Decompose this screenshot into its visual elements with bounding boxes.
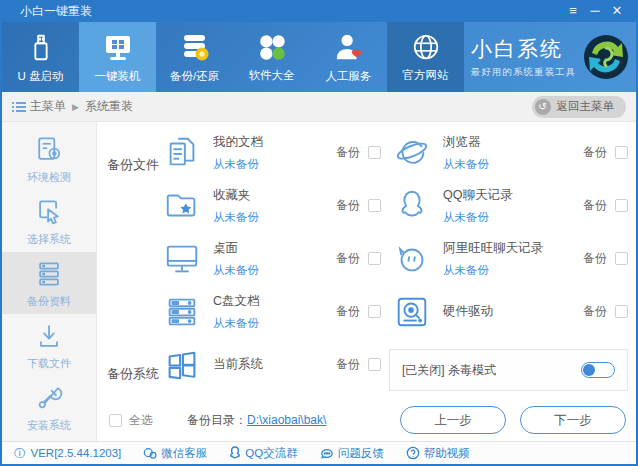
- back-arrow-icon: ↺: [535, 99, 551, 115]
- app-window: 小白一键重装 ≡ ─ ✕ U 盘启动 一键: [0, 0, 638, 466]
- item-status: 从未备份: [213, 263, 331, 278]
- back-button-label: 返回主菜单: [557, 99, 615, 114]
- list-icon: [12, 101, 26, 113]
- sidebar-item-install-system[interactable]: 安装系统: [2, 376, 96, 438]
- sidebar-item-download-files[interactable]: 下载文件: [2, 314, 96, 376]
- backup-label: 备份: [583, 303, 607, 320]
- item-name: 硬件驱动: [443, 303, 561, 320]
- backup-label: 备份: [336, 144, 360, 161]
- usb-icon: [25, 31, 57, 65]
- nav-label: 一键装机: [95, 69, 141, 84]
- backup-row-c-drive-docs: C盘文档 从未备份 备份: [159, 285, 381, 338]
- wrench-icon: [33, 382, 65, 414]
- item-status: 从未备份: [443, 263, 561, 278]
- backup-label: 备份: [336, 303, 360, 320]
- select-all-checkbox[interactable]: [109, 414, 122, 427]
- antivirus-toggle[interactable]: [581, 362, 615, 378]
- nav-label: U 盘启动: [18, 69, 64, 84]
- bottom-controls: 全选 备份目录： D:\xiaobai\bak\ 上一步 下一步: [97, 404, 636, 436]
- backup-label: 备份: [336, 197, 360, 214]
- backup-checkbox[interactable]: [615, 252, 628, 265]
- backup-row-current-system: 当前系统 备份: [159, 338, 381, 391]
- next-step-button[interactable]: 下一步: [520, 406, 626, 434]
- windows-logo-icon: [159, 346, 205, 384]
- version-text: VER[2.5.44.1203]: [31, 447, 122, 459]
- backup-row-aliwangwang-chat: 阿里旺旺聊天记录 从未备份 备份: [389, 232, 628, 285]
- backup-dir-link[interactable]: D:\xiaobai\bak\: [247, 413, 326, 427]
- brand-title: 小白系统: [471, 35, 576, 63]
- qq-penguin-icon: [389, 187, 435, 225]
- browser-icon: [389, 134, 435, 172]
- sidebar-item-env-check[interactable]: 环境检测: [2, 128, 96, 190]
- globe-icon: [410, 32, 442, 64]
- menu-icon[interactable]: ≡: [562, 0, 584, 22]
- item-name: QQ聊天记录: [443, 187, 561, 204]
- main-content: 备份文件 备份系统 我的文档 从未备份 备: [97, 122, 636, 441]
- breadcrumb-root[interactable]: 主菜单: [30, 98, 66, 115]
- item-name: 我的文档: [213, 134, 331, 151]
- help-video-link[interactable]: 帮助视频: [406, 446, 470, 461]
- select-all-label: 全选: [129, 412, 153, 429]
- close-icon[interactable]: ✕: [606, 0, 628, 22]
- sidebar-item-select-system[interactable]: 选择系统: [2, 190, 96, 252]
- env-check-icon: [33, 134, 65, 166]
- info-icon: ⓘ: [14, 446, 26, 461]
- nav-official-site[interactable]: 官方网站: [387, 22, 464, 92]
- sidebar-item-backup-data[interactable]: 备份资料: [2, 252, 96, 314]
- documents-icon: [159, 134, 205, 172]
- sidebar-label: 选择系统: [27, 232, 71, 247]
- link-label: QQ交流群: [245, 446, 297, 461]
- clover-icon: [256, 32, 288, 64]
- backup-row-hardware-driver: 硬件驱动 备份: [389, 285, 628, 338]
- feedback-link[interactable]: 问题反馈: [320, 446, 384, 461]
- backup-checkbox[interactable]: [368, 199, 381, 212]
- desktop-icon: [159, 240, 205, 278]
- nav-label: 备份/还原: [170, 69, 219, 84]
- download-icon: [33, 320, 65, 352]
- aliwangwang-icon: [389, 240, 435, 278]
- previous-step-button[interactable]: 上一步: [400, 406, 506, 434]
- feedback-bubble-icon: [320, 447, 334, 460]
- backup-row-qq-chat: QQ聊天记录 从未备份 备份: [389, 179, 628, 232]
- return-main-menu-button[interactable]: ↺ 返回主菜单: [532, 96, 627, 118]
- nav-one-key-install[interactable]: 一键装机: [79, 22, 156, 92]
- brand-area: 小白系统 最好用的系统重装工具: [464, 22, 636, 92]
- backup-checkbox[interactable]: [368, 358, 381, 371]
- item-status: 从未备份: [213, 210, 331, 225]
- qq-mini-icon: [229, 446, 241, 460]
- section-label-backup-system: 备份系统: [107, 365, 159, 383]
- wechat-icon: [143, 447, 157, 460]
- backup-checkbox[interactable]: [615, 305, 628, 318]
- backup-row-favorites: 收藏夹 从未备份 备份: [159, 179, 381, 232]
- hard-drive-icon: [389, 293, 435, 331]
- backup-row-browser: 浏览器 从未备份 备份: [389, 126, 628, 179]
- item-name: 当前系统: [213, 356, 331, 373]
- database-icon: [178, 31, 212, 65]
- title-bar: 小白一键重装 ≡ ─ ✕: [2, 0, 636, 22]
- item-name: 阿里旺旺聊天记录: [443, 240, 561, 257]
- backup-label: 备份: [336, 356, 360, 373]
- nav-usb-boot[interactable]: U 盘启动: [2, 22, 79, 92]
- qq-group-link[interactable]: QQ交流群: [229, 446, 297, 461]
- backup-checkbox[interactable]: [615, 199, 628, 212]
- backup-checkbox[interactable]: [368, 252, 381, 265]
- backup-row-desktop: 桌面 从未备份 备份: [159, 232, 381, 285]
- backup-checkbox[interactable]: [368, 146, 381, 159]
- brand-logo-icon: [582, 33, 630, 81]
- nav-human-service[interactable]: 人工服务: [310, 22, 387, 92]
- nav-software-center[interactable]: 软件大全: [233, 22, 310, 92]
- minimize-icon[interactable]: ─: [584, 0, 606, 22]
- nav-backup-restore[interactable]: 备份/还原: [156, 22, 233, 92]
- wechat-service-link[interactable]: 微信客服: [143, 446, 207, 461]
- item-status: 从未备份: [213, 316, 331, 331]
- toggle-knob: [583, 364, 595, 376]
- backup-row-my-documents: 我的文档 从未备份 备份: [159, 126, 381, 179]
- breadcrumb: 主菜单 ▶ 系统重装 ↺ 返回主菜单: [2, 92, 636, 122]
- link-label: 微信客服: [161, 446, 207, 461]
- sidebar-label: 备份资料: [27, 294, 71, 309]
- antivirus-mode-label: [已关闭] 杀毒模式: [402, 362, 496, 379]
- link-label: 问题反馈: [338, 446, 384, 461]
- backup-checkbox[interactable]: [615, 146, 628, 159]
- backup-checkbox[interactable]: [368, 305, 381, 318]
- server-list-icon: [33, 258, 65, 290]
